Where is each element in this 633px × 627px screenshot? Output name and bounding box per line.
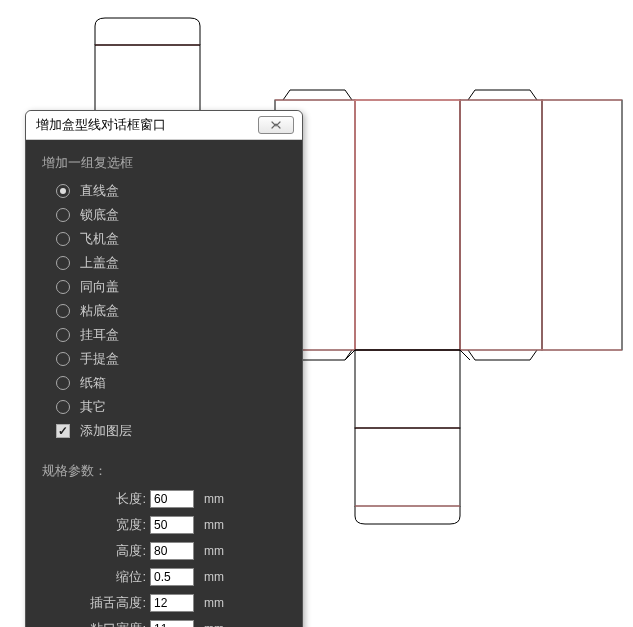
checkbox-label: 添加图层	[80, 422, 132, 440]
length-input[interactable]	[150, 490, 194, 508]
param-indent-row: 缩位: mm	[42, 568, 286, 586]
unit-label: mm	[204, 544, 224, 558]
radio-label: 锁底盒	[80, 206, 119, 224]
dialog-body: 增加一组复选框 直线盒 锁底盒 飞机盒 上盖盒 同向盖 粘底盒 挂耳盒	[26, 140, 302, 627]
svg-rect-16	[355, 428, 460, 506]
radio-icon	[56, 352, 70, 366]
add-box-dialog: 增加盒型线对话框窗口 增加一组复选框 直线盒 锁底盒 飞机盒 上盖盒 同向盖	[25, 110, 303, 627]
radio-glue-bottom-box[interactable]: 粘底盒	[56, 302, 286, 320]
radio-other[interactable]: 其它	[56, 398, 286, 416]
param-label: 粘口宽度:	[42, 620, 150, 627]
radio-icon	[56, 376, 70, 390]
radio-top-lid-box[interactable]: 上盖盒	[56, 254, 286, 272]
svg-rect-5	[355, 100, 460, 350]
radio-icon	[56, 328, 70, 342]
checkbox-icon	[56, 424, 70, 438]
radio-icon	[56, 184, 70, 198]
radio-same-direction-lid[interactable]: 同向盖	[56, 278, 286, 296]
radio-icon	[56, 208, 70, 222]
radio-icon	[56, 304, 70, 318]
svg-rect-14	[355, 350, 460, 428]
close-button[interactable]	[258, 116, 294, 134]
unit-label: mm	[204, 622, 224, 627]
glue-width-input[interactable]	[150, 620, 194, 627]
radio-label: 粘底盒	[80, 302, 119, 320]
svg-rect-6	[355, 100, 460, 350]
radio-straight-box[interactable]: 直线盒	[56, 182, 286, 200]
param-glue-width-row: 粘口宽度: mm	[42, 620, 286, 627]
radio-label: 手提盒	[80, 350, 119, 368]
tuck-height-input[interactable]	[150, 594, 194, 612]
radio-label: 挂耳盒	[80, 326, 119, 344]
radio-label: 飞机盒	[80, 230, 119, 248]
param-label: 插舌高度:	[42, 594, 150, 612]
param-label: 长度:	[42, 490, 150, 508]
dialog-titlebar[interactable]: 增加盒型线对话框窗口	[26, 111, 302, 140]
param-tuck-height-row: 插舌高度: mm	[42, 594, 286, 612]
indent-input[interactable]	[150, 568, 194, 586]
radio-icon	[56, 256, 70, 270]
params-group-label: 规格参数：	[42, 462, 286, 480]
radio-label: 同向盖	[80, 278, 119, 296]
param-label: 高度:	[42, 542, 150, 560]
radio-hang-ear-box[interactable]: 挂耳盒	[56, 326, 286, 344]
dialog-title: 增加盒型线对话框窗口	[36, 116, 166, 134]
radio-label: 其它	[80, 398, 106, 416]
radio-icon	[56, 280, 70, 294]
param-width-row: 宽度: mm	[42, 516, 286, 534]
radio-lock-bottom-box[interactable]: 锁底盒	[56, 206, 286, 224]
height-input[interactable]	[150, 542, 194, 560]
radio-carton[interactable]: 纸箱	[56, 374, 286, 392]
unit-label: mm	[204, 596, 224, 610]
radio-label: 直线盒	[80, 182, 119, 200]
radio-handle-box[interactable]: 手提盒	[56, 350, 286, 368]
unit-label: mm	[204, 570, 224, 584]
checkbox-add-layer[interactable]: 添加图层	[56, 422, 286, 440]
radio-icon	[56, 400, 70, 414]
param-label: 缩位:	[42, 568, 150, 586]
param-label: 宽度:	[42, 516, 150, 534]
radio-label: 上盖盒	[80, 254, 119, 272]
param-length-row: 长度: mm	[42, 490, 286, 508]
box-type-group-label: 增加一组复选框	[42, 154, 286, 172]
width-input[interactable]	[150, 516, 194, 534]
unit-label: mm	[204, 492, 224, 506]
svg-rect-7	[460, 100, 542, 350]
unit-label: mm	[204, 518, 224, 532]
svg-rect-8	[542, 100, 622, 350]
param-height-row: 高度: mm	[42, 542, 286, 560]
radio-label: 纸箱	[80, 374, 106, 392]
radio-icon	[56, 232, 70, 246]
radio-airplane-box[interactable]: 飞机盒	[56, 230, 286, 248]
